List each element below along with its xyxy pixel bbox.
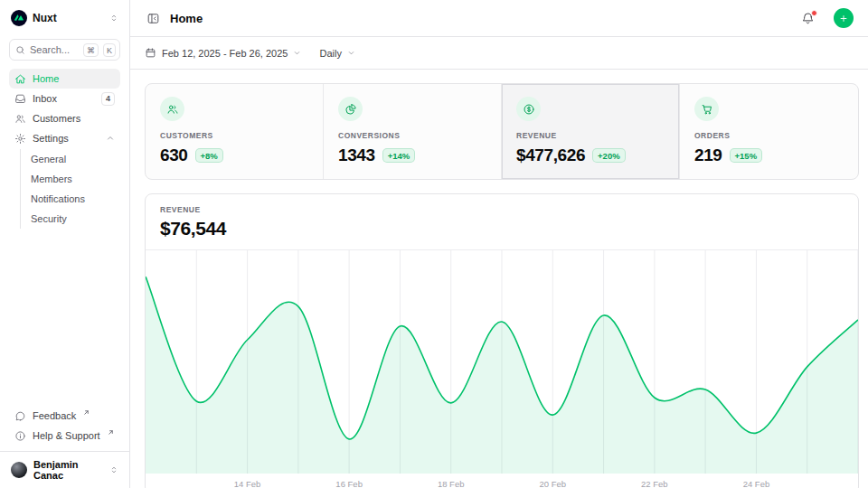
chevron-down-icon (293, 49, 301, 57)
currency-dollar-icon (516, 97, 541, 121)
axis-tick-label: 18 Feb (438, 479, 465, 488)
chart-header: REVENUE $76,544 (146, 194, 858, 250)
inbox-count-badge: 4 (101, 92, 115, 106)
sidebar-item-label: Customers (33, 113, 80, 124)
sidebar-item-customers[interactable]: Customers (9, 108, 120, 128)
sidebar-item-members[interactable]: Members (21, 169, 120, 189)
revenue-area-chart[interactable] (146, 250, 858, 474)
sidebar-item-notifications[interactable]: Notifications (21, 189, 120, 209)
axis-tick-label: 20 Feb (539, 479, 566, 488)
stat-label: CUSTOMERS (160, 131, 308, 140)
stat-card-revenue[interactable]: REVENUE $477,626 +20% (502, 84, 680, 179)
kbd-meta: ⌘ (83, 43, 99, 57)
stat-card-customers[interactable]: CUSTOMERS 630 +8% (146, 84, 324, 179)
user-name: Benjamin Canac (33, 459, 103, 481)
user-menu[interactable]: Benjamin Canac (0, 451, 129, 488)
sidebar-footer-nav: Feedback Help & Support (9, 406, 120, 446)
sidebar-item-label: Home (33, 73, 59, 84)
notifications-button[interactable] (799, 10, 816, 27)
sidebar-item-label: Help & Support (33, 430, 100, 441)
axis-tick-label: 14 Feb (234, 479, 261, 488)
stat-delta-badge: +20% (592, 148, 626, 163)
sidebar-item-label: Settings (33, 133, 69, 144)
dashboard-content: CUSTOMERS 630 +8% CONVERSIONS 1343 +14% (130, 70, 868, 488)
search-placeholder: Search... (30, 44, 79, 55)
search-input[interactable]: Search... ⌘ K (9, 39, 120, 61)
stat-delta-badge: +8% (195, 148, 223, 163)
settings-submenu: General Members Notifications Security (20, 149, 120, 229)
chart-value: $76,544 (160, 218, 844, 239)
sidebar-nav: Home Inbox 4 Customers Settings (9, 69, 120, 230)
chevron-up-down-icon (109, 465, 118, 474)
shopping-cart-icon (694, 97, 719, 121)
page-title: Home (170, 12, 203, 25)
sidebar-item-label: Feedback (33, 410, 76, 421)
filter-toolbar: Feb 12, 2025 - Feb 26, 2025 Daily (130, 37, 868, 70)
stat-delta-badge: +15% (730, 148, 763, 163)
axis-tick-label: 24 Feb (743, 479, 770, 488)
sidebar-item-help-support[interactable]: Help & Support (9, 426, 120, 446)
sidebar-item-general[interactable]: General (21, 149, 120, 169)
avatar (11, 462, 27, 478)
stat-value: 1343 (338, 145, 375, 165)
workspace-switcher[interactable]: Nuxt (9, 7, 120, 29)
users-icon (160, 97, 184, 121)
sidebar-item-home[interactable]: Home (9, 69, 120, 89)
gear-icon (14, 133, 26, 145)
chart-x-axis: 14 Feb16 Feb18 Feb20 Feb22 Feb24 Feb (146, 474, 858, 488)
stat-label: REVENUE (516, 131, 665, 140)
period-select[interactable]: Daily (319, 48, 354, 59)
stat-value: 219 (694, 145, 722, 165)
chart-pie-icon (338, 97, 363, 121)
stat-value: $477,626 (516, 145, 585, 165)
app-window: Nuxt Search... ⌘ K Home (0, 0, 868, 488)
inbox-icon (14, 93, 26, 105)
stat-value: 630 (160, 145, 188, 165)
sidebar-spacer (9, 230, 120, 406)
sidebar-item-feedback[interactable]: Feedback (9, 406, 120, 426)
external-link-icon (108, 429, 114, 436)
date-range-picker[interactable]: Feb 12, 2025 - Feb 26, 2025 (145, 47, 301, 59)
sidebar: Nuxt Search... ⌘ K Home (0, 0, 130, 488)
chevron-down-icon (347, 49, 355, 57)
stat-label: CONVERSIONS (338, 131, 486, 140)
notification-dot (811, 10, 817, 16)
axis-tick-label: 22 Feb (641, 479, 668, 488)
nuxt-logo-icon (11, 10, 27, 26)
stats-row: CUSTOMERS 630 +8% CONVERSIONS 1343 +14% (145, 83, 859, 180)
kbd-k: K (103, 43, 116, 57)
external-link-icon (83, 409, 90, 416)
axis-tick-label: 16 Feb (335, 479, 363, 488)
workspace-name: Nuxt (33, 12, 57, 24)
stat-card-conversions[interactable]: CONVERSIONS 1343 +14% (324, 84, 502, 179)
stat-label: ORDERS (694, 131, 844, 140)
collapse-sidebar-button[interactable] (145, 10, 162, 27)
users-icon (14, 113, 26, 125)
stat-delta-badge: +14% (382, 148, 416, 163)
revenue-chart-card: REVENUE $76,544 14 Feb16 Feb18 Feb20 Feb… (145, 193, 859, 488)
info-circle-icon (14, 430, 26, 442)
chevron-up-icon (106, 134, 115, 143)
sidebar-item-label: Inbox (33, 93, 57, 104)
page-header: Home (130, 0, 868, 37)
sidebar-item-settings[interactable]: Settings (9, 128, 120, 148)
period-label: Daily (319, 48, 341, 59)
stat-card-orders[interactable]: ORDERS 219 +15% (680, 84, 858, 179)
add-button[interactable] (834, 8, 854, 28)
sidebar-item-security[interactable]: Security (21, 209, 120, 229)
chart-plot-area[interactable] (146, 250, 858, 474)
main-area: Home Feb 12, 2025 - Feb 26, 2025 Daily (130, 0, 868, 488)
chart-label: REVENUE (160, 205, 844, 214)
home-icon (14, 73, 26, 85)
chat-bubble-icon (14, 410, 26, 422)
calendar-icon (145, 47, 156, 59)
sidebar-item-inbox[interactable]: Inbox 4 (9, 89, 120, 108)
chevron-up-down-icon (109, 14, 118, 23)
search-icon (15, 45, 25, 55)
date-range-label: Feb 12, 2025 - Feb 26, 2025 (162, 48, 288, 59)
